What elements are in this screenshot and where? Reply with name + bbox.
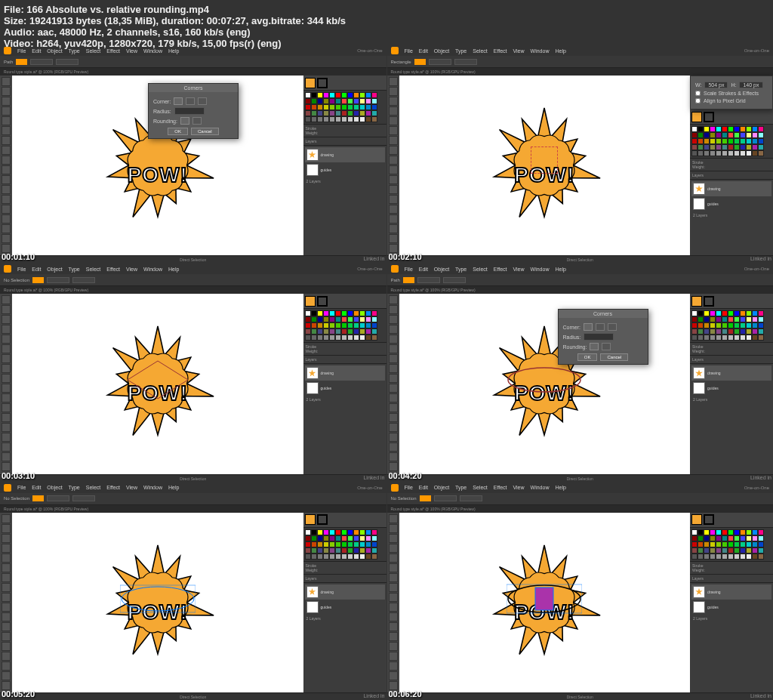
ok-button[interactable]: OK [577, 353, 598, 361]
swatch[interactable] [704, 138, 710, 144]
swatch[interactable] [698, 150, 704, 156]
swatch[interactable] [317, 322, 323, 328]
rounding-button[interactable] [602, 343, 611, 350]
swatch[interactable] [359, 310, 365, 316]
swatch[interactable] [758, 150, 764, 156]
menu-window[interactable]: Window [143, 485, 162, 490]
tool-2[interactable] [389, 97, 398, 106]
swatch[interactable] [359, 535, 365, 541]
swatch[interactable] [335, 322, 341, 328]
layer-drawing[interactable]: drawing [305, 147, 385, 162]
swatch[interactable] [710, 535, 716, 541]
menu-help[interactable]: Help [555, 48, 565, 54]
tool-16[interactable] [389, 671, 398, 680]
swatch[interactable] [691, 126, 698, 132]
swatch[interactable] [722, 535, 728, 541]
swatch[interactable] [311, 116, 317, 122]
swatch[interactable] [329, 110, 335, 116]
swatch[interactable] [311, 541, 317, 547]
swatch[interactable] [335, 104, 341, 110]
menu-type[interactable]: Type [69, 267, 80, 272]
swatch[interactable] [359, 116, 365, 122]
swatch[interactable] [728, 126, 734, 132]
swatch[interactable] [365, 529, 371, 535]
swatch[interactable] [734, 310, 740, 316]
tool-9[interactable] [2, 384, 11, 393]
menu-file[interactable]: File [405, 485, 413, 490]
fill-indicator[interactable] [16, 59, 27, 65]
swatch[interactable] [752, 126, 758, 132]
swatch[interactable] [698, 310, 704, 316]
swatch[interactable] [323, 104, 329, 110]
layer-guides[interactable]: guides [305, 381, 385, 396]
swatch[interactable] [746, 547, 752, 554]
swatch[interactable] [734, 554, 740, 560]
menu-edit[interactable]: Edit [32, 485, 41, 490]
swatch[interactable] [746, 529, 752, 535]
swatch[interactable] [329, 316, 335, 322]
swatch[interactable] [353, 328, 359, 335]
swatch[interactable] [722, 126, 728, 132]
swatch[interactable] [740, 529, 746, 535]
tool-17[interactable] [389, 462, 398, 471]
swatch[interactable] [365, 547, 371, 554]
tool-15[interactable] [389, 661, 398, 671]
tool-8[interactable] [389, 374, 398, 383]
tool-5[interactable] [389, 563, 398, 572]
swatch[interactable] [311, 554, 317, 560]
swatch[interactable] [752, 138, 758, 144]
tool-16[interactable] [389, 452, 398, 461]
tool-3[interactable] [389, 106, 398, 116]
swatch[interactable] [347, 541, 353, 547]
cancel-button[interactable]: Cancel [191, 128, 219, 135]
menu-file[interactable]: File [17, 267, 26, 272]
layer-guides[interactable]: guides [691, 196, 771, 211]
swatch[interactable] [728, 310, 734, 316]
swatch[interactable] [710, 310, 716, 316]
swatch[interactable] [698, 541, 704, 547]
swatch[interactable] [305, 316, 311, 322]
tool-15[interactable] [389, 224, 398, 233]
swatch[interactable] [371, 328, 377, 335]
stroke-swatch[interactable] [317, 296, 328, 307]
swatch[interactable] [347, 116, 353, 122]
swatch[interactable] [710, 150, 716, 156]
swatch[interactable] [698, 328, 704, 335]
tool-2[interactable] [2, 534, 11, 543]
swatch[interactable] [728, 541, 734, 547]
tool-14[interactable] [2, 652, 11, 661]
stroke-swatch[interactable] [704, 112, 714, 122]
swatch[interactable] [365, 322, 371, 328]
swatch[interactable] [335, 110, 341, 116]
fill-swatch[interactable] [305, 514, 316, 525]
swatch[interactable] [329, 335, 335, 341]
swatch[interactable] [305, 547, 311, 554]
swatch[interactable] [365, 535, 371, 541]
swatch[interactable] [758, 541, 764, 547]
fill-swatch[interactable] [305, 78, 316, 88]
fill-indicator[interactable] [420, 495, 431, 501]
tool-11[interactable] [2, 403, 11, 412]
layer-guides[interactable]: guides [691, 381, 771, 396]
swatch[interactable] [716, 529, 722, 535]
swatch[interactable] [359, 335, 365, 341]
swatch[interactable] [758, 126, 764, 132]
tool-7[interactable] [2, 364, 11, 373]
swatch[interactable] [335, 529, 341, 535]
swatch[interactable] [734, 150, 740, 156]
tool-12[interactable] [2, 413, 11, 422]
swatch[interactable] [722, 132, 728, 138]
layer-guides[interactable]: guides [305, 600, 385, 615]
swatch[interactable] [691, 529, 698, 535]
swatch[interactable] [329, 92, 335, 98]
swatch[interactable] [716, 138, 722, 144]
swatch[interactable] [323, 541, 329, 547]
swatch[interactable] [728, 132, 734, 138]
tool-0[interactable] [389, 514, 398, 523]
swatch[interactable] [740, 547, 746, 554]
swatch[interactable] [317, 554, 323, 560]
swatch[interactable] [371, 322, 377, 328]
swatch[interactable] [728, 335, 734, 341]
swatch[interactable] [722, 541, 728, 547]
swatch[interactable] [365, 98, 371, 104]
